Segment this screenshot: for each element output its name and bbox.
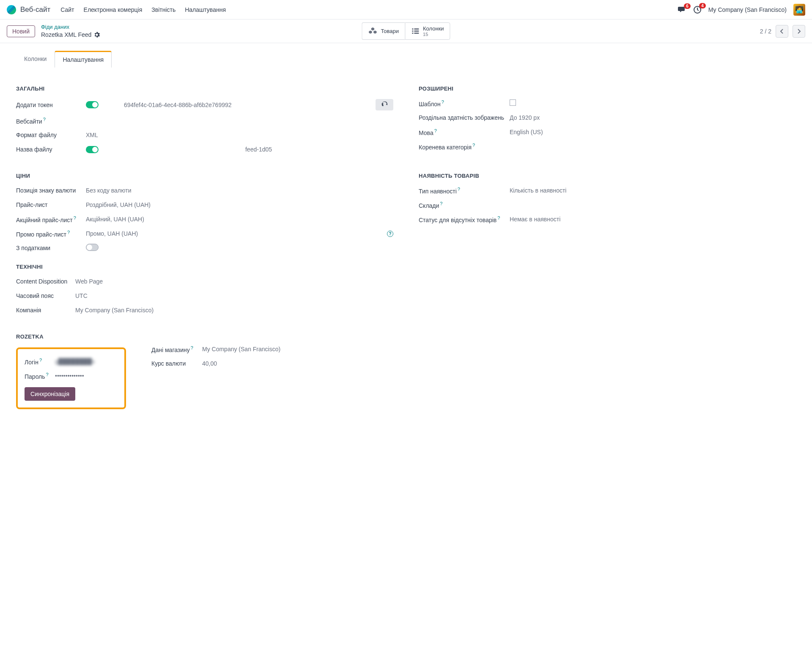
help-avail-type[interactable]: ? bbox=[458, 187, 460, 192]
heading-stock: НАЯВНІСТЬ ТОВАРІВ bbox=[419, 173, 796, 179]
logo bbox=[7, 5, 16, 14]
toggle-tax[interactable] bbox=[86, 244, 99, 251]
svg-rect-5 bbox=[412, 33, 413, 34]
value-oos[interactable]: Немає в наявності bbox=[510, 216, 796, 223]
new-button[interactable]: Новий bbox=[7, 25, 35, 37]
activity-icon[interactable]: 4 bbox=[693, 6, 702, 14]
help-warehouses[interactable]: ? bbox=[440, 201, 442, 206]
nav-site[interactable]: Сайт bbox=[60, 6, 74, 13]
value-curr-pos[interactable]: Без коду валюти bbox=[86, 187, 393, 194]
value-img-res[interactable]: До 1920 px bbox=[510, 114, 796, 121]
label-promo-pricelist: Промо прайс-лист bbox=[16, 231, 66, 237]
value-cd[interactable]: Web Page bbox=[75, 278, 796, 285]
token-value: 694fef4c-01a6-4ec4-886b-af6b2e769992 bbox=[124, 102, 371, 108]
value-password[interactable]: •••••••••••••• bbox=[55, 372, 118, 379]
help-password[interactable]: ? bbox=[46, 372, 49, 377]
value-sale-pricelist[interactable]: Акційний, UAH (UAH) bbox=[86, 216, 393, 223]
tab-columns[interactable]: Колонки bbox=[16, 51, 55, 68]
label-company: Компанія bbox=[16, 307, 75, 314]
label-cd: Content Disposition bbox=[16, 278, 75, 285]
tab-settings[interactable]: Налаштування bbox=[55, 51, 112, 68]
svg-rect-1 bbox=[412, 28, 413, 30]
toggle-file-name[interactable] bbox=[86, 146, 99, 153]
value-pricelist[interactable]: Роздрібний, UAH (UAH) bbox=[86, 201, 393, 208]
help-login[interactable]: ? bbox=[39, 358, 42, 363]
label-pricelist: Прайс-лист bbox=[16, 201, 86, 208]
label-login: Логін bbox=[25, 358, 38, 365]
chat-badge: 6 bbox=[684, 3, 691, 9]
label-tz: Часовий пояс bbox=[16, 292, 75, 299]
label-img-res: Роздільна здатність зображень bbox=[419, 114, 510, 121]
label-password: Пароль bbox=[25, 373, 45, 380]
value-lang[interactable]: English (US) bbox=[510, 129, 796, 135]
chevron-left-icon bbox=[780, 29, 784, 34]
help-lang[interactable]: ? bbox=[434, 128, 437, 133]
value-store-data[interactable]: My Company (San Francisco) bbox=[202, 346, 796, 352]
svg-rect-3 bbox=[412, 30, 413, 32]
help-oos[interactable]: ? bbox=[497, 215, 500, 220]
page-next[interactable] bbox=[793, 25, 805, 38]
company-selector[interactable]: My Company (San Francisco) bbox=[708, 6, 787, 13]
heading-general: ЗАГАЛЬНІ bbox=[16, 85, 393, 92]
label-store-data: Дані магазину bbox=[151, 346, 190, 353]
boxes-icon bbox=[368, 27, 377, 36]
help-circle-promo[interactable]: ? bbox=[387, 231, 393, 237]
chat-icon[interactable]: 6 bbox=[678, 6, 686, 14]
svg-rect-6 bbox=[414, 33, 419, 34]
label-lang: Мова bbox=[419, 129, 433, 136]
heading-rozetka: ROZETKA bbox=[16, 333, 126, 340]
label-curr-pos: Позиція знаку валюти bbox=[16, 187, 86, 194]
gear-icon[interactable] bbox=[94, 32, 100, 38]
help-root-cat[interactable]: ? bbox=[472, 143, 475, 148]
refresh-token-button[interactable] bbox=[376, 99, 393, 110]
breadcrumb-current: Rozetka XML Feed bbox=[41, 31, 91, 39]
svg-rect-4 bbox=[414, 30, 419, 32]
help-store-data[interactable]: ? bbox=[191, 345, 193, 350]
toggle-add-token[interactable] bbox=[86, 101, 99, 108]
value-file-format[interactable]: XML bbox=[86, 132, 393, 138]
heading-advanced: РОЗШИРЕНІ bbox=[419, 85, 796, 92]
label-add-token: Додати токен bbox=[16, 102, 86, 108]
app-name[interactable]: Веб-сайт bbox=[20, 6, 50, 14]
svg-rect-2 bbox=[414, 28, 419, 30]
breadcrumb: Фіди даних Rozetka XML Feed bbox=[41, 24, 100, 39]
label-sale-pricelist: Акційний прайс-лист bbox=[16, 216, 73, 223]
label-websites: Вебсайти bbox=[16, 118, 42, 124]
value-avail-type[interactable]: Кількість в наявності bbox=[510, 187, 796, 194]
highlight-rozetka-credentials: Логін? g████████s Пароль? ••••••••••••••… bbox=[16, 347, 126, 409]
value-tz[interactable]: UTC bbox=[75, 292, 796, 299]
nav-reports[interactable]: Звітність bbox=[151, 6, 176, 13]
products-button[interactable]: Товари bbox=[362, 22, 405, 40]
label-root-cat: Коренева категорія bbox=[419, 143, 472, 150]
checkbox-template[interactable] bbox=[510, 99, 516, 106]
label-template: Шаблон bbox=[419, 100, 441, 107]
label-tax: З податками bbox=[16, 245, 86, 251]
help-template[interactable]: ? bbox=[442, 99, 444, 105]
value-rate[interactable]: 40,00 bbox=[202, 360, 796, 367]
value-login[interactable]: g████████s bbox=[55, 358, 118, 365]
page-indicator[interactable]: 2 / 2 bbox=[760, 28, 771, 35]
help-sale-pl[interactable]: ? bbox=[74, 215, 76, 220]
heading-prices: ЦІНИ bbox=[16, 173, 393, 179]
label-file-format: Формат файлу bbox=[16, 132, 86, 138]
value-promo-pricelist[interactable]: Промо, UAH (UAH) bbox=[86, 230, 138, 237]
label-rate: Курс валюти bbox=[151, 360, 202, 367]
activity-badge: 4 bbox=[699, 3, 706, 8]
avatar[interactable]: 🧑‍💻 bbox=[793, 4, 805, 16]
label-avail-type: Тип наявності bbox=[419, 187, 457, 194]
list-icon bbox=[411, 27, 420, 36]
refresh-icon bbox=[381, 101, 387, 107]
nav-settings[interactable]: Налаштування bbox=[185, 6, 226, 13]
nav-ecommerce[interactable]: Електронна комерція bbox=[84, 6, 143, 13]
heading-technical: ТЕХНІЧНІ bbox=[16, 264, 796, 270]
columns-button[interactable]: Колонки 15 bbox=[405, 22, 450, 40]
label-warehouses: Склади bbox=[419, 202, 439, 209]
value-file-name[interactable]: feed-1d05 bbox=[124, 146, 393, 153]
breadcrumb-parent[interactable]: Фіди даних bbox=[41, 24, 100, 31]
sync-button[interactable]: Синхронізація bbox=[25, 387, 75, 401]
help-promo-pl[interactable]: ? bbox=[67, 230, 70, 235]
help-websites[interactable]: ? bbox=[43, 117, 46, 122]
label-oos: Статус для відсутніх товарів bbox=[419, 216, 497, 223]
value-company[interactable]: My Company (San Francisco) bbox=[75, 307, 796, 314]
page-prev[interactable] bbox=[776, 25, 788, 38]
